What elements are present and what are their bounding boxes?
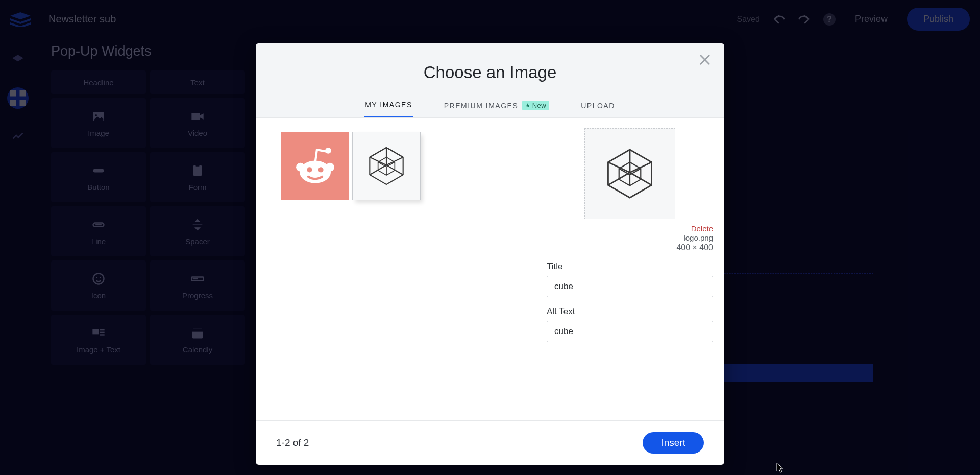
title-label: Title xyxy=(547,262,713,272)
title-input[interactable] xyxy=(547,276,713,297)
pagination-text: 1-2 of 2 xyxy=(276,437,309,448)
cursor-icon xyxy=(776,463,783,473)
cube-icon xyxy=(601,145,658,202)
new-badge: ★New xyxy=(522,101,549,110)
image-meta: Delete logo.png 400 × 400 xyxy=(547,224,713,252)
thumbnail-cube[interactable] xyxy=(353,132,420,200)
svg-point-25 xyxy=(296,162,305,171)
modal-title: Choose an Image xyxy=(256,43,724,98)
tab-my-images[interactable]: MY IMAGES xyxy=(364,98,413,117)
cube-icon xyxy=(364,144,408,188)
tab-label: MY IMAGES xyxy=(365,101,412,109)
image-filename: logo.png xyxy=(547,233,713,242)
alt-text-label: Alt Text xyxy=(547,306,713,317)
tab-label: UPLOAD xyxy=(581,102,615,110)
modal-tabs: MY IMAGES PREMIUM IMAGES ★New UPLOAD xyxy=(256,98,724,117)
thumbnail-reddit[interactable] xyxy=(281,132,349,200)
modal-body: Delete logo.png 400 × 400 Title Alt Text xyxy=(256,118,724,420)
tab-premium-images[interactable]: PREMIUM IMAGES ★New xyxy=(443,98,550,117)
tab-upload[interactable]: UPLOAD xyxy=(580,98,616,117)
modal-footer: 1-2 of 2 Insert xyxy=(256,420,724,465)
choose-image-modal: Choose an Image MY IMAGES PREMIUM IMAGES… xyxy=(256,43,724,465)
image-dimensions: 400 × 400 xyxy=(547,243,713,252)
modal-header: Choose an Image MY IMAGES PREMIUM IMAGES… xyxy=(256,43,724,118)
image-grid xyxy=(256,118,535,420)
svg-point-27 xyxy=(307,167,312,172)
delete-button[interactable]: Delete xyxy=(547,224,713,233)
svg-point-26 xyxy=(325,162,334,171)
svg-point-28 xyxy=(318,167,323,172)
tab-label: PREMIUM IMAGES xyxy=(444,102,518,110)
close-icon[interactable] xyxy=(698,53,712,67)
image-preview xyxy=(584,128,675,219)
reddit-icon xyxy=(293,145,337,188)
insert-button[interactable]: Insert xyxy=(643,432,704,454)
image-details-panel: Delete logo.png 400 × 400 Title Alt Text xyxy=(535,118,724,420)
star-icon: ★ xyxy=(525,102,531,109)
alt-text-input[interactable] xyxy=(547,321,713,342)
